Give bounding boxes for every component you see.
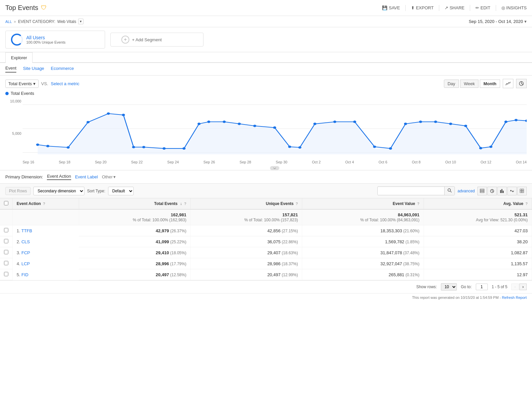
all-users-segment[interactable]: All Users 100.00% Unique Events: [5, 31, 105, 49]
metric-selector: Total Events ▾ VS. Select a metric: [5, 80, 79, 88]
primary-metric-dropdown[interactable]: Total Events ▾: [5, 80, 39, 88]
all-link[interactable]: ALL: [5, 20, 12, 24]
primary-metric-label: Total Events: [8, 81, 32, 86]
row3-check[interactable]: [0, 247, 13, 258]
x-label-sep22: Sep 22: [131, 160, 143, 164]
row4-check[interactable]: [0, 258, 13, 269]
goto-input[interactable]: 1: [476, 284, 488, 290]
row1-name[interactable]: TTFB: [21, 228, 32, 233]
svg-point-31: [434, 120, 437, 123]
tab-site-usage[interactable]: Site Usage: [23, 66, 44, 72]
row5-check[interactable]: [0, 269, 13, 280]
primary-dimension-event-label[interactable]: Event Label: [75, 174, 98, 179]
table-view-btn[interactable]: [477, 187, 487, 195]
period-week-btn[interactable]: Week: [460, 80, 478, 88]
row2-name[interactable]: CLS: [21, 239, 30, 244]
svg-point-29: [404, 123, 407, 125]
row4-name[interactable]: LCP: [21, 261, 30, 266]
th-event-value-help: ?: [417, 202, 420, 206]
next-page-btn[interactable]: ›: [519, 284, 527, 290]
row3-name[interactable]: FCP: [21, 250, 30, 255]
show-rows-select[interactable]: 10: [441, 283, 457, 291]
chart-area: Total Events 10,000 5,000: [0, 88, 532, 170]
row3-checkbox[interactable]: [4, 250, 8, 254]
tab-ecommerce[interactable]: Ecommerce: [51, 66, 74, 72]
vs-label: VS.: [41, 81, 48, 86]
prev-page-btn[interactable]: ‹: [511, 284, 519, 290]
svg-rect-54: [522, 189, 524, 191]
th-avg-value-help: ?: [525, 202, 528, 206]
export-button[interactable]: ⬆ EXPORT: [411, 5, 434, 10]
x-label-oct8: Oct 8: [412, 160, 421, 164]
refresh-report-link[interactable]: Refresh Report: [502, 296, 527, 300]
th-unique-events: Unique Events ?: [191, 198, 302, 209]
row2-cell: 2. CLS: [13, 236, 79, 247]
tab-explorer[interactable]: Explorer: [5, 52, 33, 63]
pivot-view-btn[interactable]: [517, 187, 527, 195]
th-total-events: Total Events ↓ ?: [79, 198, 191, 209]
svg-point-19: [238, 123, 241, 125]
totals-unique-events: 157,821 % of Total: 100.00% (157,823): [191, 209, 302, 225]
table-toolbar: Plot Rows Secondary dimension Sort Type:…: [0, 183, 532, 198]
svg-rect-49: [503, 191, 504, 193]
line-chart-btn[interactable]: [503, 79, 513, 88]
insights-icon: ◎: [501, 5, 505, 10]
breadcrumb-bar: ALL » EVENT CATEGORY: Web Vitals ▾ Sep 1…: [0, 16, 532, 27]
period-day-btn[interactable]: Day: [444, 80, 459, 88]
chart-scroll-handle[interactable]: [270, 166, 279, 170]
top-actions: 💾 SAVE ⬆ EXPORT ↗ SHARE ✏ EDIT ◎ INSIGHT…: [382, 5, 527, 11]
row4-checkbox[interactable]: [4, 261, 8, 265]
th-event-action: Event Action ?: [13, 198, 79, 209]
search-btn[interactable]: [444, 187, 455, 195]
comparison-view-btn[interactable]: [507, 187, 517, 195]
x-label-oct14: Oct 14: [516, 160, 526, 164]
pie-view-btn[interactable]: [487, 187, 497, 195]
divider: [496, 5, 496, 11]
svg-point-22: [288, 145, 291, 148]
sort-type-select[interactable]: Default: [108, 187, 134, 195]
period-month-btn[interactable]: Month: [480, 80, 500, 88]
secondary-dimension-select[interactable]: Secondary dimension: [33, 187, 84, 195]
th-event-value: Event Value ?: [302, 198, 424, 209]
x-label-oct10: Oct 10: [445, 160, 456, 164]
row1-check[interactable]: [0, 225, 13, 236]
x-label-sep26: Sep 26: [203, 160, 215, 164]
report-footer: This report was generated on 10/15/20 at…: [0, 293, 532, 302]
y-label-10000: 10,000: [5, 99, 21, 103]
row2-checkbox[interactable]: [4, 239, 8, 243]
row1-checkbox[interactable]: [4, 228, 8, 232]
row5-checkbox[interactable]: [4, 272, 8, 276]
save-icon: 💾: [382, 5, 387, 10]
advanced-link[interactable]: advanced: [458, 189, 475, 193]
divider: [439, 5, 439, 11]
insights-button[interactable]: ◎ INSIGHTS: [501, 5, 527, 10]
svg-point-26: [353, 120, 356, 123]
share-button[interactable]: ↗ SHARE: [445, 5, 465, 10]
tab-event[interactable]: Event: [5, 66, 16, 73]
scatter-chart-btn[interactable]: [516, 79, 527, 88]
svg-point-20: [253, 125, 256, 127]
row5-avg-value: 12.97: [424, 269, 532, 280]
chart-wrapper: 10,000 5,000: [5, 98, 527, 170]
add-segment-card[interactable]: + + Add Segment: [110, 33, 203, 47]
row5-name[interactable]: FID: [21, 272, 28, 277]
save-button[interactable]: 💾 SAVE: [382, 5, 400, 10]
table-row: 1. TTFB 42,979 (26.37%) 42,856 (27.15%) …: [0, 225, 532, 236]
primary-dimension-active[interactable]: Event Action: [47, 174, 71, 180]
explorer-tabs: Explorer: [0, 52, 532, 63]
svg-line-2: [521, 84, 523, 85]
category-dropdown[interactable]: ▾: [78, 19, 83, 24]
select-metric-link[interactable]: Select a metric: [51, 81, 79, 86]
svg-point-18: [223, 120, 226, 123]
bar-view-btn[interactable]: [497, 187, 507, 195]
other-dropdown[interactable]: Other ▾: [102, 174, 116, 179]
totals-total-events: 162,981 % of Total: 100.00% (162,983): [79, 209, 191, 225]
edit-button[interactable]: ✏ EDIT: [475, 5, 490, 10]
search-input[interactable]: [378, 187, 444, 195]
select-all-checkbox[interactable]: [4, 201, 8, 205]
row2-check[interactable]: [0, 236, 13, 247]
svg-rect-48: [501, 189, 502, 193]
row3-cell: 3. FCP: [13, 247, 79, 258]
date-range[interactable]: Sep 15, 2020 - Oct 14, 2020 ▾: [469, 19, 527, 24]
row5-unique-events: 20,497 (12.99%): [191, 269, 302, 280]
